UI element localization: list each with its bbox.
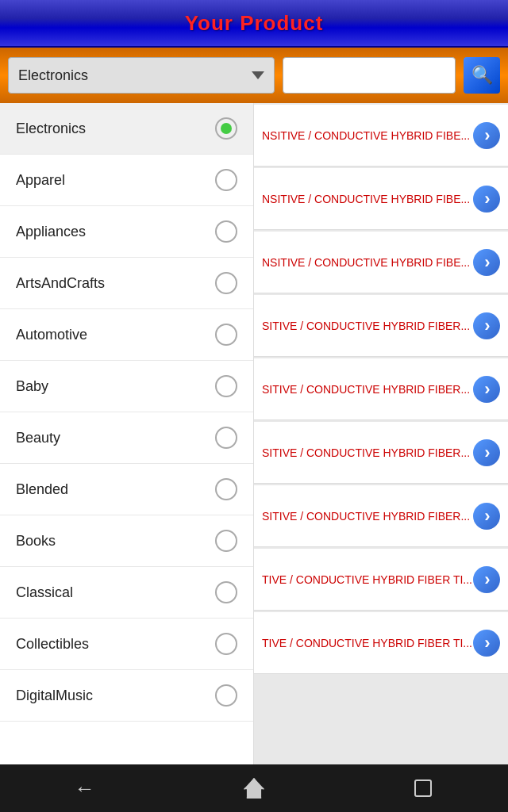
list-item[interactable]: ArtsAndCrafts — [0, 258, 253, 309]
title-bar: Your Product — [0, 0, 508, 48]
search-icon: 🔍 — [471, 65, 493, 86]
search-input[interactable] — [290, 68, 448, 82]
app-title: Your Product — [185, 11, 324, 36]
product-list: NSITIVE / CONDUCTIVE HYBRID FIBE...NSITI… — [254, 103, 508, 764]
chevron-right-icon[interactable] — [473, 312, 500, 339]
table-row[interactable]: NSITIVE / CONDUCTIVE HYBRID FIBE... — [254, 232, 508, 293]
radio-button[interactable] — [215, 272, 237, 294]
recents-button[interactable] — [399, 772, 447, 804]
category-label: ArtsAndCrafts — [16, 275, 105, 292]
radio-button[interactable] — [215, 117, 237, 140]
category-label: DigitalMusic — [16, 688, 93, 704]
category-label: Apparel — [16, 172, 65, 189]
product-title: NSITIVE / CONDUCTIVE HYBRID FIBE... — [262, 193, 473, 205]
radio-button[interactable] — [215, 530, 237, 552]
radio-button[interactable] — [215, 684, 237, 707]
chevron-right-icon[interactable] — [473, 186, 500, 213]
list-item[interactable]: Baby — [0, 361, 253, 412]
radio-button[interactable] — [215, 169, 237, 191]
product-title: SITIVE / CONDUCTIVE HYBRID FIBER... — [262, 510, 473, 523]
dropdown-selected-label: Electronics — [18, 67, 88, 84]
category-label: Baby — [16, 378, 48, 395]
radio-button[interactable] — [215, 427, 237, 449]
table-row[interactable]: NSITIVE / CONDUCTIVE HYBRID FIBE... — [254, 168, 508, 230]
list-item[interactable]: Beauty — [0, 412, 253, 464]
list-item[interactable]: Appliances — [0, 206, 253, 258]
table-row[interactable]: SITIVE / CONDUCTIVE HYBRID FIBER... — [254, 485, 508, 547]
category-label: Books — [16, 533, 56, 550]
header-row: Electronics 🔍 — [0, 48, 508, 103]
chevron-down-icon — [252, 71, 264, 79]
home-button[interactable] — [230, 772, 278, 804]
category-label: Blended — [16, 481, 68, 498]
main-content: ElectronicsApparelAppliancesArtsAndCraft… — [0, 103, 508, 764]
product-title: NSITIVE / CONDUCTIVE HYBRID FIBE... — [262, 129, 473, 142]
product-title: SITIVE / CONDUCTIVE HYBRID FIBER... — [262, 320, 473, 332]
table-row[interactable]: SITIVE / CONDUCTIVE HYBRID FIBER... — [254, 358, 508, 420]
table-row[interactable]: SITIVE / CONDUCTIVE HYBRID FIBER... — [254, 422, 508, 484]
chevron-right-icon[interactable] — [473, 503, 500, 530]
product-title: SITIVE / CONDUCTIVE HYBRID FIBER... — [262, 446, 473, 459]
radio-button[interactable] — [215, 633, 237, 655]
table-row[interactable]: TIVE / CONDUCTIVE HYBRID FIBER TI... — [254, 549, 508, 611]
category-label: Collectibles — [16, 636, 89, 653]
list-item[interactable]: Electronics — [0, 103, 253, 155]
product-title: NSITIVE / CONDUCTIVE HYBRID FIBE... — [262, 256, 473, 269]
search-button[interactable]: 🔍 — [464, 57, 500, 94]
list-item[interactable]: Collectibles — [0, 619, 253, 670]
radio-button[interactable] — [215, 581, 237, 603]
category-label: Classical — [16, 584, 73, 601]
product-title: TIVE / CONDUCTIVE HYBRID FIBER TI... — [262, 637, 473, 649]
table-row[interactable]: SITIVE / CONDUCTIVE HYBRID FIBER... — [254, 295, 508, 357]
table-row[interactable]: NSITIVE / CONDUCTIVE HYBRID FIBE... — [254, 105, 508, 167]
back-icon: ← — [75, 776, 95, 801]
home-icon — [244, 778, 264, 799]
category-label: Automotive — [16, 327, 87, 343]
list-item[interactable]: Classical — [0, 567, 253, 619]
radio-button[interactable] — [215, 220, 237, 243]
category-label: Appliances — [16, 224, 86, 240]
chevron-right-icon[interactable] — [473, 122, 500, 149]
product-title: SITIVE / CONDUCTIVE HYBRID FIBER... — [262, 383, 473, 396]
recents-icon — [414, 779, 432, 797]
back-button[interactable]: ← — [61, 772, 109, 804]
product-title: TIVE / CONDUCTIVE HYBRID FIBER TI... — [262, 573, 473, 586]
chevron-right-icon[interactable] — [473, 249, 500, 276]
list-item[interactable]: Apparel — [0, 155, 253, 206]
chevron-right-icon[interactable] — [473, 566, 500, 593]
radio-button[interactable] — [215, 478, 237, 500]
bottom-nav: ← — [0, 764, 508, 812]
radio-button[interactable] — [215, 375, 237, 397]
search-bar — [283, 57, 456, 94]
radio-button[interactable] — [215, 324, 237, 346]
list-item[interactable]: Automotive — [0, 309, 253, 361]
chevron-right-icon[interactable] — [473, 439, 500, 466]
list-item[interactable]: Blended — [0, 464, 253, 515]
list-item[interactable]: DigitalMusic — [0, 670, 253, 722]
dropdown-list: ElectronicsApparelAppliancesArtsAndCraft… — [0, 103, 254, 764]
category-dropdown[interactable]: Electronics — [8, 57, 275, 94]
list-item[interactable]: Books — [0, 515, 253, 567]
chevron-right-icon[interactable] — [473, 376, 500, 403]
category-label: Electronics — [16, 121, 86, 137]
chevron-right-icon[interactable] — [473, 630, 500, 657]
category-label: Beauty — [16, 430, 60, 446]
table-row[interactable]: TIVE / CONDUCTIVE HYBRID FIBER TI... — [254, 612, 508, 674]
